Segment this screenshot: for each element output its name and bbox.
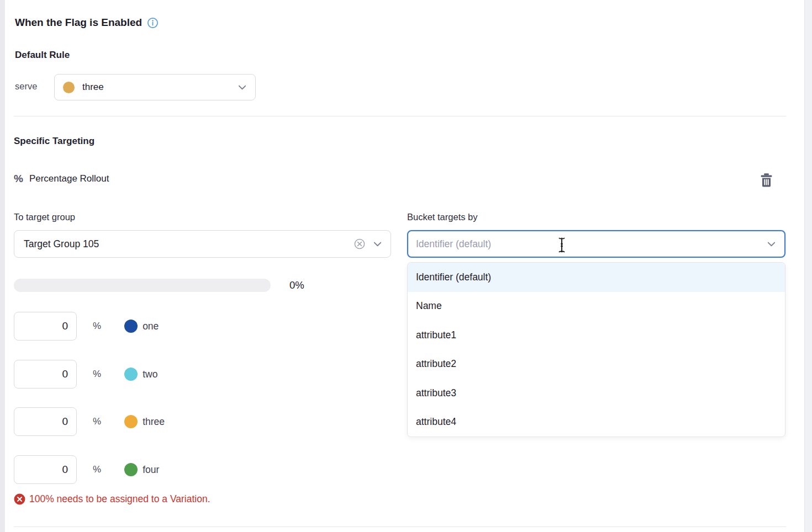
variation-row-four: % four xyxy=(14,455,159,484)
percentage-rollout-header: % Percentage Rollout xyxy=(14,173,109,185)
serve-label: serve xyxy=(15,81,37,92)
bucket-by-input-wrap xyxy=(407,230,785,258)
dropdown-option-identifier[interactable]: Identifier (default) xyxy=(408,263,785,292)
rollout-progress-bar xyxy=(14,279,271,292)
default-rule-heading: Default Rule xyxy=(15,50,70,61)
variation-color-dot xyxy=(124,320,138,333)
variation-percent-input[interactable] xyxy=(14,407,77,436)
dropdown-option-name[interactable]: Name xyxy=(408,292,785,321)
percent-sign: % xyxy=(93,464,101,475)
variation-row-two: % two xyxy=(14,360,157,389)
trash-icon xyxy=(760,173,773,188)
percent-sign: % xyxy=(93,321,101,332)
page-title-text: When the Flag is Enabled xyxy=(15,17,142,29)
variation-name: three xyxy=(143,416,165,428)
info-icon[interactable] xyxy=(147,17,159,29)
dropdown-option-attribute4[interactable]: attribute4 xyxy=(408,408,785,437)
rollout-progress-text: 0% xyxy=(289,279,304,291)
bucket-by-label: Bucket targets by xyxy=(407,212,477,222)
variation-percent-input[interactable] xyxy=(14,455,77,484)
percent-sign: % xyxy=(93,369,101,380)
dropdown-option-attribute2[interactable]: attribute2 xyxy=(408,350,785,379)
bucket-by-input[interactable] xyxy=(408,231,767,257)
delete-rollout-button[interactable] xyxy=(758,172,774,188)
variation-percent-input[interactable] xyxy=(14,312,77,341)
error-icon xyxy=(14,493,25,505)
bucket-by-dropdown: Identifier (default) Name attribute1 att… xyxy=(407,262,785,437)
variation-percent-input[interactable] xyxy=(14,360,77,389)
variation-name: four xyxy=(143,464,159,476)
percent-sign: % xyxy=(93,416,101,427)
panel-left-edge xyxy=(0,0,5,532)
target-group-label: To target group xyxy=(14,212,75,222)
percent-icon: % xyxy=(14,173,23,185)
specific-targeting-heading: Specific Targeting xyxy=(14,136,94,147)
chevron-down-icon xyxy=(238,85,246,90)
page-title: When the Flag is Enabled xyxy=(15,17,159,29)
bottom-divider xyxy=(14,526,786,527)
default-variation-select[interactable]: three xyxy=(54,74,256,100)
target-group-select[interactable]: Target Group 105 xyxy=(14,230,391,258)
clear-selection-icon[interactable] xyxy=(354,238,366,250)
variation-name: two xyxy=(143,369,157,380)
selected-variation-label: three xyxy=(82,82,104,93)
variation-color-dot xyxy=(124,368,138,381)
dropdown-option-attribute1[interactable]: attribute1 xyxy=(408,321,785,350)
chevron-down-icon xyxy=(767,242,776,247)
error-message: 100% needs to be assigned to a Variation… xyxy=(29,493,210,505)
dropdown-option-attribute3[interactable]: attribute3 xyxy=(408,379,785,408)
section-divider xyxy=(14,116,786,116)
rollout-label: Percentage Rollout xyxy=(29,173,109,184)
variation-color-dot xyxy=(124,415,138,428)
target-group-value: Target Group 105 xyxy=(24,238,99,250)
panel-right-edge xyxy=(804,0,812,532)
variation-row-one: % one xyxy=(14,312,159,341)
variation-color-dot xyxy=(124,463,138,476)
chevron-down-icon xyxy=(373,242,382,247)
validation-error: 100% needs to be assigned to a Variation… xyxy=(14,493,210,505)
variation-row-three: % three xyxy=(14,407,165,436)
variation-name: one xyxy=(143,321,159,332)
variation-color-dot xyxy=(63,82,75,93)
